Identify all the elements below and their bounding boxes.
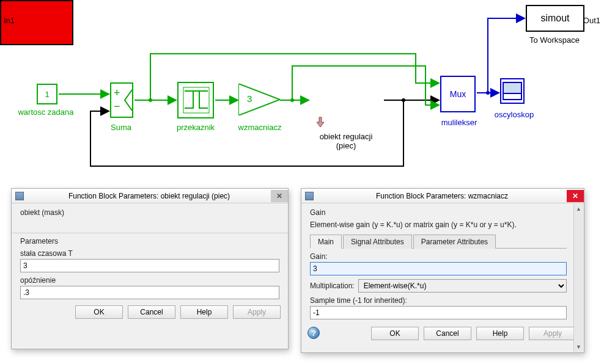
scroll-down-icon[interactable]: ▼ bbox=[574, 342, 583, 352]
svg-rect-13 bbox=[503, 93, 521, 100]
gain-label: Gain: bbox=[310, 252, 567, 261]
sum-label: Suma bbox=[103, 123, 139, 132]
dialog-wzmacniacz-title: Function Block Parameters: wzmacniacz bbox=[317, 192, 567, 200]
scope-icon bbox=[502, 80, 523, 102]
relay-block[interactable] bbox=[177, 82, 214, 118]
subsystem-out: Out1 bbox=[583, 16, 600, 25]
tab-signal-attributes[interactable]: Signal Attributes bbox=[343, 235, 412, 249]
multiplication-select[interactable]: Element-wise(K.*u) bbox=[358, 279, 567, 293]
dialog-wzmacniacz-titlebar[interactable]: Function Block Parameters: wzmacniacz ✕ bbox=[301, 189, 584, 203]
gain-input[interactable] bbox=[310, 262, 567, 275]
ok-button[interactable]: OK bbox=[75, 305, 123, 319]
constant-value: 1 bbox=[45, 90, 49, 99]
close-icon[interactable]: ✕ bbox=[567, 190, 584, 202]
sampletime-input[interactable] bbox=[310, 306, 567, 319]
simulink-icon bbox=[305, 192, 314, 200]
mask-type-label: obiekt (mask) bbox=[20, 208, 279, 217]
tab-main[interactable]: Main bbox=[310, 235, 342, 249]
svg-marker-11 bbox=[238, 84, 280, 115]
scrollbar[interactable]: ▲ ▼ bbox=[573, 204, 583, 352]
mux-text: Mux bbox=[450, 89, 466, 99]
mux-label: mulilekser bbox=[432, 118, 487, 127]
tabs: Main Signal Attributes Parameter Attribu… bbox=[310, 234, 567, 249]
sampletime-label: Sample time (-1 for inherited): bbox=[310, 296, 567, 305]
relay-label: przekaznik bbox=[168, 123, 223, 132]
relay-icon bbox=[181, 85, 210, 115]
subsystem-in: In1 bbox=[4, 16, 15, 25]
gain-block[interactable]: 3 bbox=[238, 84, 280, 115]
gain-label: wzmacniacz bbox=[226, 123, 293, 132]
tab-parameter-attributes[interactable]: Parameter Attributes bbox=[413, 235, 496, 249]
gain-value: 3 bbox=[247, 93, 252, 104]
help-button[interactable]: Help bbox=[476, 327, 524, 340]
param2-input[interactable] bbox=[20, 286, 279, 299]
multiplication-label: Multiplication: bbox=[310, 282, 355, 290]
dialog-obiekt-title: Function Block Parameters: obiekt regula… bbox=[28, 192, 271, 200]
apply-button[interactable]: Apply bbox=[529, 327, 576, 340]
block-description: Element-wise gain (y = K.*u) or matrix g… bbox=[310, 220, 567, 229]
close-icon[interactable]: ✕ bbox=[271, 190, 288, 202]
svg-rect-12 bbox=[503, 82, 521, 93]
help-button[interactable]: Help bbox=[180, 305, 228, 319]
help-icon[interactable]: ? bbox=[308, 327, 320, 339]
toworkspace-label: To Workspace bbox=[521, 35, 588, 45]
param2-label: opóźnienie bbox=[20, 276, 279, 285]
cancel-button[interactable]: Cancel bbox=[424, 327, 471, 340]
param1-label: stała czasowa T bbox=[20, 249, 279, 258]
simulink-diagram: 1 wartosc zadana + − Suma przekaznik 3 w… bbox=[0, 0, 604, 183]
ok-button[interactable]: OK bbox=[371, 327, 419, 340]
toworkspace-text: simout bbox=[540, 13, 569, 24]
simulink-icon bbox=[15, 192, 24, 200]
mux-block[interactable]: Mux bbox=[440, 76, 476, 112]
toworkspace-block[interactable]: simout bbox=[526, 5, 584, 32]
dialog-wzmacniacz: Function Block Parameters: wzmacniacz ✕ … bbox=[301, 188, 584, 353]
blocktype-label: Gain bbox=[310, 208, 567, 217]
sum-block[interactable]: + − bbox=[110, 82, 133, 118]
apply-button[interactable]: Apply bbox=[233, 305, 281, 319]
parameters-section-label: Parameters bbox=[20, 237, 279, 246]
constant-label: wartosc zadana bbox=[6, 107, 86, 117]
cancel-button[interactable]: Cancel bbox=[128, 305, 175, 319]
subsystem-label: obiekt regulacji (piec) bbox=[303, 132, 389, 150]
dialog-obiekt: Function Block Parameters: obiekt regula… bbox=[11, 188, 289, 349]
constant-block[interactable]: 1 bbox=[37, 84, 57, 104]
dialog-obiekt-titlebar[interactable]: Function Block Parameters: obiekt regula… bbox=[12, 189, 288, 203]
scope-label: oscyloskop bbox=[487, 110, 542, 119]
scope-block[interactable] bbox=[500, 78, 525, 104]
scroll-up-icon[interactable]: ▲ bbox=[574, 204, 583, 214]
param1-input[interactable] bbox=[20, 259, 279, 272]
